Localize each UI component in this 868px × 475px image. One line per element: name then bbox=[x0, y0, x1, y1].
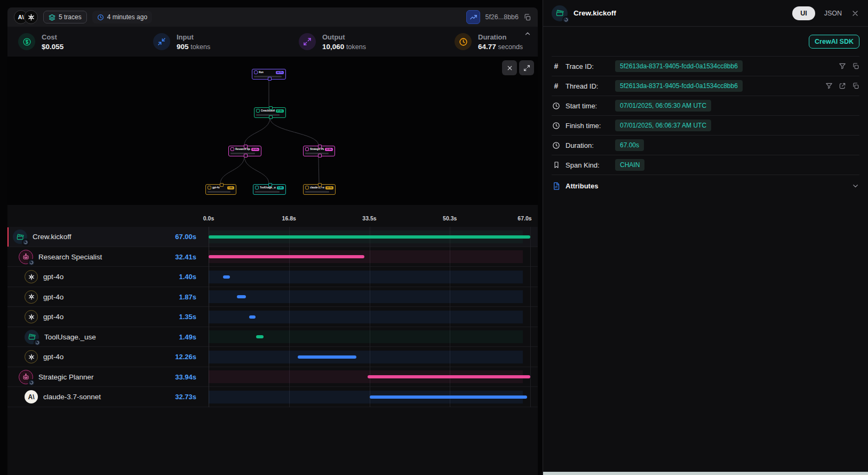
node-title: ToolUsage._use bbox=[260, 186, 276, 189]
tab-json[interactable]: JSON bbox=[824, 10, 842, 17]
span-row-strategic-planner[interactable]: Strategic Planner 33.94s bbox=[7, 367, 538, 387]
trace-overview-card: A\ 5 traces 4 minutes ago 5f26...8bb6 bbox=[7, 7, 538, 475]
span-bar[interactable] bbox=[223, 275, 230, 279]
agentops-badge-icon bbox=[22, 239, 29, 246]
copy-trace-id-icon[interactable] bbox=[523, 13, 531, 21]
openai-logo-icon bbox=[24, 10, 38, 24]
crewai-icon bbox=[25, 330, 39, 344]
span-timeline bbox=[209, 227, 530, 247]
external-link-icon[interactable] bbox=[839, 82, 846, 90]
graph-node-research-specialist[interactable]: Research Speciali... 32.41s bbox=[228, 146, 261, 156]
field-finish-time: Finish time: 07/01/2025, 06:06:37 AM UTC bbox=[552, 115, 859, 135]
copy-icon[interactable] bbox=[852, 62, 859, 70]
span-bar[interactable] bbox=[237, 295, 246, 298]
metric-output: Output 10,060 tokens bbox=[299, 27, 455, 57]
span-duration: 32.73s bbox=[175, 393, 196, 401]
node-subtext bbox=[230, 153, 255, 154]
span-duration: 1.49s bbox=[179, 333, 196, 341]
span-timeline bbox=[209, 368, 530, 387]
node-icon bbox=[254, 70, 258, 74]
span-row-gpt-4o[interactable]: gpt-4o 1.87s bbox=[7, 287, 538, 307]
crewai-icon bbox=[552, 5, 568, 21]
span-timeline bbox=[209, 307, 530, 327]
node-title: Run bbox=[259, 71, 275, 74]
span-duration: 1.87s bbox=[179, 293, 196, 301]
node-subtext bbox=[305, 191, 329, 193]
filter-icon[interactable] bbox=[839, 62, 846, 70]
close-panel-button[interactable] bbox=[851, 9, 859, 18]
horizontal-scrollbar[interactable] bbox=[543, 472, 868, 475]
hash-icon: # bbox=[552, 62, 561, 70]
filter-icon[interactable] bbox=[825, 82, 833, 90]
span-row-gpt-4o[interactable]: gpt-4o 1.35s bbox=[7, 307, 538, 327]
openai-icon bbox=[25, 290, 38, 304]
span-track-band bbox=[209, 311, 523, 323]
span-row-gpt-4o[interactable]: gpt-4o 1.40s bbox=[7, 267, 538, 287]
time-ago-badge: 4 minutes ago bbox=[92, 11, 152, 23]
provider-avatars: A\ bbox=[14, 10, 38, 24]
metric-label: Output bbox=[322, 33, 366, 41]
metric-value: $0.055 bbox=[42, 43, 63, 51]
node-subtext bbox=[256, 114, 280, 116]
close-graph-button[interactable] bbox=[502, 60, 517, 75]
copy-icon[interactable] bbox=[852, 82, 859, 90]
expand-graph-button[interactable] bbox=[519, 60, 534, 75]
graph-node-run[interactable]: Run 64.77s bbox=[252, 69, 286, 80]
metric-label: Cost bbox=[42, 33, 63, 41]
graph-node-strategic-planner[interactable]: Strategic Planner 33.94s bbox=[303, 146, 335, 156]
field-value: 67.00s bbox=[615, 139, 644, 151]
span-timeline bbox=[209, 248, 530, 267]
metric-value: 905 bbox=[177, 43, 189, 51]
traces-count-badge[interactable]: 5 traces bbox=[43, 11, 87, 23]
span-bar[interactable] bbox=[209, 255, 364, 258]
span-row-toolusage[interactable]: ToolUsage._use 1.49s bbox=[7, 327, 538, 347]
span-bar[interactable] bbox=[370, 395, 527, 399]
span-row-research-specialist[interactable]: Research Specialist 32.41s bbox=[7, 247, 538, 267]
hash-icon: # bbox=[552, 82, 561, 90]
close-icon bbox=[851, 9, 859, 18]
span-row-claude-sonnet[interactable]: A\ claude-3.7-sonnet 32.73s bbox=[7, 387, 538, 407]
field-label: Thread ID: bbox=[566, 82, 610, 90]
span-name: gpt-4o bbox=[43, 313, 173, 321]
span-name: claude-3.7-sonnet bbox=[43, 393, 170, 401]
node-duration-badge: 67.00s bbox=[276, 109, 284, 113]
span-bar[interactable] bbox=[256, 335, 263, 338]
trace-chart-badge[interactable] bbox=[466, 10, 480, 24]
span-timeline bbox=[209, 347, 530, 367]
field-duration: Duration: 67.00s bbox=[552, 135, 859, 155]
graph-node-claude-sonnet[interactable]: claude-3.7-sonnet 32.73s bbox=[303, 184, 336, 195]
expand-diagonal-icon bbox=[523, 65, 530, 72]
span-bar[interactable] bbox=[298, 355, 356, 359]
span-name: Strategic Planner bbox=[38, 373, 170, 381]
span-name: Research Specialist bbox=[38, 253, 170, 261]
span-row-crew-kickoff[interactable]: Crew.kickoff 67.00s bbox=[7, 227, 538, 247]
bookmark-icon bbox=[552, 161, 561, 169]
openai-icon bbox=[25, 270, 38, 283]
metric-input: Input 905 tokens bbox=[153, 27, 299, 57]
trace-header: A\ 5 traces 4 minutes ago 5f26...8bb6 bbox=[7, 7, 538, 27]
span-duration: 33.94s bbox=[175, 373, 196, 381]
agentops-badge-icon bbox=[28, 259, 35, 266]
dollar-icon bbox=[18, 33, 35, 50]
trace-graph-canvas[interactable]: Run 64.77s Crew.kickoff 67.00s Research … bbox=[7, 57, 538, 205]
span-name: gpt-4o bbox=[43, 353, 170, 361]
graph-node-crew-kickoff[interactable]: Crew.kickoff 67.00s bbox=[254, 107, 286, 118]
agent-robot-icon bbox=[19, 250, 33, 264]
attributes-section-toggle[interactable]: Attributes bbox=[552, 175, 859, 196]
collapse-metrics-chevron-icon[interactable] bbox=[524, 30, 531, 37]
span-bar[interactable] bbox=[249, 315, 256, 319]
sdk-row: CrewAI SDK bbox=[543, 27, 868, 56]
graph-node-toolusage[interactable]: ToolUsage._use 1.49s bbox=[253, 184, 286, 195]
node-subtext bbox=[208, 191, 230, 193]
metric-value: 64.77 bbox=[478, 43, 496, 51]
span-bar[interactable] bbox=[209, 235, 530, 239]
span-duration: 67.00s bbox=[175, 233, 196, 241]
span-row-gpt-4o[interactable]: gpt-4o 12.26s bbox=[7, 347, 538, 367]
tab-ui[interactable]: UI bbox=[792, 6, 815, 20]
graph-node-gpt-4o[interactable]: gpt-4o 1.40s bbox=[205, 184, 236, 195]
span-name: ToolUsage._use bbox=[44, 333, 173, 341]
span-bar[interactable] bbox=[368, 375, 530, 378]
chevron-down-icon[interactable] bbox=[851, 182, 859, 190]
field-value: 5f2613da-8371-9405-fcdd-0a1534cc8bb6 bbox=[615, 60, 743, 72]
field-span-kind: Span Kind: CHAIN bbox=[552, 155, 859, 175]
